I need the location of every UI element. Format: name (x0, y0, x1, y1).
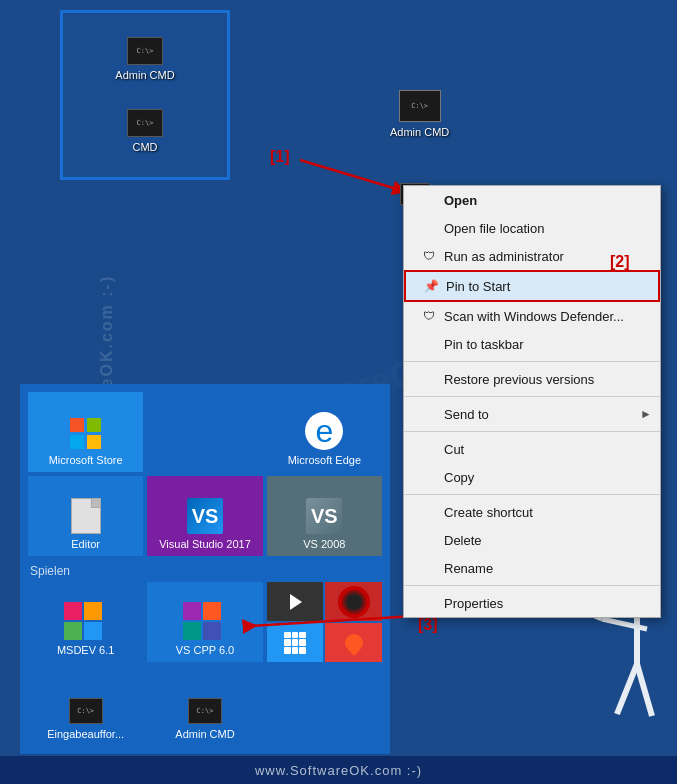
send-to-icon (420, 405, 438, 423)
tile-empty (147, 392, 262, 472)
eingabe-icon (69, 698, 103, 724)
tile-eingabe[interactable]: Eingabeauffor... (28, 666, 143, 746)
tile-edge-label: Microsoft Edge (288, 454, 361, 466)
cut-label: Cut (444, 442, 464, 457)
admin-cmd-icon-box (127, 37, 163, 65)
pin-icon: 📌 (422, 277, 440, 295)
svg-line-7 (617, 664, 637, 714)
tile-microsoft-edge[interactable]: e Microsoft Edge (267, 392, 382, 472)
context-menu-item-properties[interactable]: Properties (404, 589, 660, 617)
tile-vscpp-label: VS CPP 6.0 (176, 644, 235, 656)
context-menu-item-restore[interactable]: Restore previous versions (404, 365, 660, 393)
scan-defender-label: Scan with Windows Defender... (444, 309, 624, 324)
delete-icon (420, 531, 438, 549)
admin-cmd-desktop-label: Admin CMD (390, 126, 449, 138)
rename-icon (420, 559, 438, 577)
shortcut-admin-cmd-box[interactable]: Admin CMD (115, 37, 174, 81)
tile-microsoft-store-label: Microsoft Store (49, 454, 123, 466)
tile-eingabe-label: Eingabeauffor... (47, 728, 124, 740)
msdev-icon (64, 602, 108, 640)
ms-store-icon (70, 418, 102, 450)
run-as-admin-icon: 🛡 (420, 247, 438, 265)
annotation-label-2: [2] (610, 253, 630, 271)
context-menu-item-delete[interactable]: Delete (404, 526, 660, 554)
vs2008-icon: VS (306, 498, 342, 534)
desktop-shortcuts-box: Admin CMD CMD (60, 10, 230, 180)
pin-to-start-label: Pin to Start (446, 279, 510, 294)
divider-3 (404, 431, 660, 432)
tile-msdev-label: MSDEV 6.1 (57, 644, 114, 656)
tile-msdev[interactable]: MSDEV 6.1 (28, 582, 143, 662)
admin-cmd-desktop-icon-img (399, 90, 441, 122)
context-menu-item-open[interactable]: Open (404, 186, 660, 214)
context-menu-item-open-file-location[interactable]: Open file location (404, 214, 660, 242)
open-icon (420, 191, 438, 209)
edge-icon: e (305, 412, 343, 450)
vs-icon: VS (187, 498, 223, 534)
open-file-label: Open file location (444, 221, 544, 236)
arrow-3 (240, 596, 420, 636)
svg-line-3 (250, 616, 415, 626)
copy-icon (420, 468, 438, 486)
divider-2 (404, 396, 660, 397)
tile-microsoft-store[interactable]: Microsoft Store (28, 392, 143, 472)
context-menu: Open Open file location 🛡 Run as adminis… (403, 185, 661, 618)
send-to-label: Send to (444, 407, 489, 422)
tile-empty-2 (267, 666, 382, 746)
create-shortcut-icon (420, 503, 438, 521)
delete-label: Delete (444, 533, 482, 548)
restore-label: Restore previous versions (444, 372, 594, 387)
create-shortcut-label: Create shortcut (444, 505, 533, 520)
admin-cmd-label-box: Admin CMD (115, 69, 174, 81)
annotation-label-1: [1] (270, 148, 290, 166)
tile-vs2008-label: VS 2008 (303, 538, 345, 550)
cmd-label-box: CMD (132, 141, 157, 153)
shortcut-cmd-box[interactable]: CMD (127, 109, 163, 153)
properties-label: Properties (444, 596, 503, 611)
context-menu-item-cut[interactable]: Cut (404, 435, 660, 463)
admin-cmd-tile-icon (188, 698, 222, 724)
vscpp-icon (183, 602, 227, 640)
tile-admin-cmd-label: Admin CMD (175, 728, 234, 740)
divider-5 (404, 585, 660, 586)
context-menu-item-pin-to-start[interactable]: 📌 Pin to Start (404, 270, 660, 302)
context-menu-item-pin-taskbar[interactable]: Pin to taskbar (404, 330, 660, 358)
context-menu-item-scan-defender[interactable]: 🛡 Scan with Windows Defender... (404, 302, 660, 330)
tile-editor-label: Editor (71, 538, 100, 550)
context-menu-item-rename[interactable]: Rename (404, 554, 660, 582)
start-menu: Microsoft Store e Microsoft Edge Editor … (20, 384, 390, 754)
tile-visual-studio[interactable]: VS Visual Studio 2017 (147, 476, 262, 556)
tile-admin-cmd[interactable]: Admin CMD (147, 666, 262, 746)
run-as-admin-label: Run as administrator (444, 249, 564, 264)
send-to-arrow: ► (640, 407, 652, 421)
bottom-bar-text: www.SoftwareOK.com :-) (255, 763, 422, 778)
annotation-label-3: [3] (418, 616, 438, 634)
tile-vs-label: Visual Studio 2017 (159, 538, 251, 550)
svg-line-1 (300, 160, 400, 190)
tile-editor[interactable]: Editor (28, 476, 143, 556)
restore-icon (420, 370, 438, 388)
divider-1 (404, 361, 660, 362)
tile-vs2008[interactable]: VS VS 2008 (267, 476, 382, 556)
cmd-icon-box (127, 109, 163, 137)
admin-cmd-desktop-icon[interactable]: Admin CMD (390, 90, 449, 138)
divider-4 (404, 494, 660, 495)
editor-icon (71, 498, 101, 534)
bottom-bar: www.SoftwareOK.com :-) (0, 756, 677, 784)
svg-line-6 (602, 619, 647, 629)
properties-icon (420, 594, 438, 612)
rename-label: Rename (444, 561, 493, 576)
arrow-1 (295, 155, 405, 195)
context-menu-item-copy[interactable]: Copy (404, 463, 660, 491)
svg-line-8 (637, 664, 652, 716)
open-label: Open (444, 193, 477, 208)
pin-taskbar-label: Pin to taskbar (444, 337, 524, 352)
context-menu-item-create-shortcut[interactable]: Create shortcut (404, 498, 660, 526)
copy-label: Copy (444, 470, 474, 485)
open-file-icon (420, 219, 438, 237)
pin-taskbar-icon (420, 335, 438, 353)
section-spielen-label: Spielen (28, 560, 382, 582)
defender-icon: 🛡 (420, 307, 438, 325)
cut-icon (420, 440, 438, 458)
context-menu-item-send-to[interactable]: Send to ► (404, 400, 660, 428)
